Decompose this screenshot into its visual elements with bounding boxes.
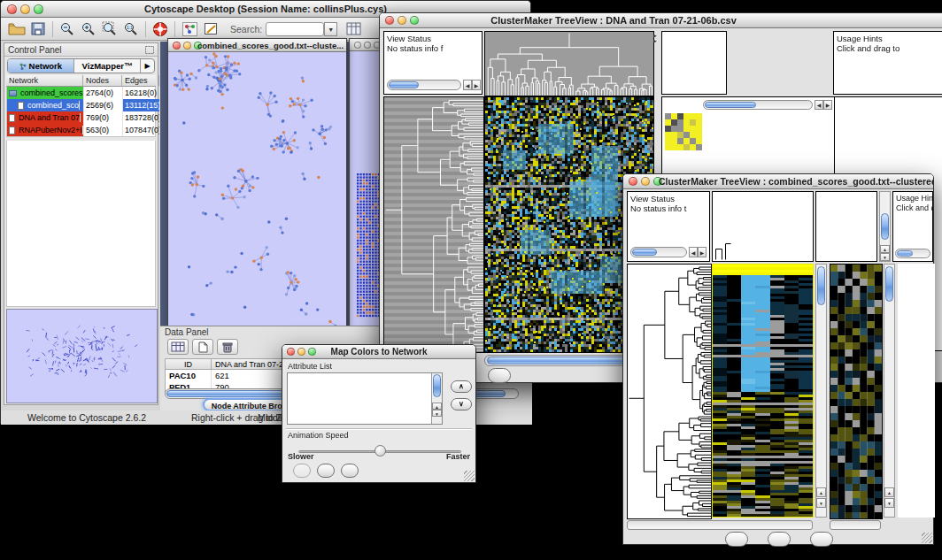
new-attribute-icon[interactable] — [192, 339, 213, 355]
scroll-up-icon[interactable]: ▲ — [884, 487, 894, 497]
network-icon — [18, 102, 24, 110]
zoom-fit-icon[interactable] — [99, 20, 120, 38]
dialog-title: Map Colors to Network — [282, 345, 475, 358]
close-icon[interactable] — [354, 42, 361, 49]
network-table-row[interactable]: RNAPuberNov2+I 563(0) 107847(0) — [7, 124, 155, 136]
move-up-button[interactable]: ∧ — [451, 380, 472, 393]
tv2-hscrollbar-right[interactable] — [830, 520, 881, 530]
tv1-titlebar[interactable]: ClusterMaker TreeView : DNA and Tran 07-… — [380, 13, 942, 28]
tv1-usage-hints-panel: Usage Hints Click and drag to — [833, 31, 942, 95]
treeview-button[interactable] — [768, 532, 791, 547]
status-welcome: Welcome to Cytoscape 2.6.2 — [27, 412, 146, 423]
network-canvas-1[interactable] — [168, 52, 346, 329]
minimize-icon[interactable] — [364, 42, 371, 49]
treeview-button[interactable] — [725, 532, 748, 547]
tv2-hints-scrollbar[interactable] — [895, 249, 930, 258]
tab-network[interactable]: Network — [8, 59, 73, 73]
tv2-zoom-heatmap[interactable] — [830, 264, 883, 519]
tv2-view-status-title: View Status — [628, 192, 709, 203]
scroll-up-icon[interactable]: ▲ — [880, 245, 890, 253]
open-icon[interactable] — [6, 20, 27, 38]
tv2-view-status-panel: View Status No status info t ◀ ▶ — [627, 191, 710, 262]
dialog-button-bar — [293, 464, 470, 479]
animation-speed-slider[interactable] — [298, 444, 461, 458]
scroll-down-icon[interactable]: ▼ — [432, 410, 442, 417]
scroll-down-icon[interactable]: ▼ — [816, 498, 826, 508]
search-dropdown-button[interactable]: ▼ — [324, 22, 337, 36]
tv1-status-scrollbar[interactable] — [387, 80, 461, 90]
tv2-hscrollbar-left[interactable] — [627, 520, 813, 530]
network-view-window-1: combined_scores_good.txt--cluste... — [167, 38, 347, 330]
tv2-titlebar[interactable]: ClusterMaker TreeView : combined_scores_… — [623, 174, 933, 189]
delete-attribute-trash-icon[interactable] — [217, 339, 238, 355]
scroll-left-icon[interactable]: ◀ — [689, 247, 698, 257]
network-overview-minimap[interactable] — [6, 309, 158, 403]
network-table-row[interactable]: DNA and Tran 07 769(0) 183728(0) — [7, 111, 155, 124]
zoom-actual-icon[interactable]: 1:1 — [120, 20, 142, 38]
move-down-button[interactable]: ∨ — [451, 398, 472, 410]
scroll-right-icon[interactable]: ▶ — [823, 100, 832, 110]
tv2-status-scrollbar[interactable] — [630, 247, 687, 257]
attribute-list-vscrollbar[interactable]: ▲ ▼ — [431, 373, 442, 424]
slider-max-label: Faster — [446, 452, 470, 461]
slider-thumb[interactable] — [374, 445, 386, 456]
treeview-button[interactable] — [488, 368, 511, 383]
network-icon — [9, 90, 17, 96]
treeview-button[interactable] — [810, 532, 833, 547]
zoom-in-icon[interactable] — [78, 20, 99, 38]
tv2-labels-vscrollbar[interactable]: ▲ ▼ — [879, 191, 891, 262]
resize-grip[interactable] — [464, 471, 475, 481]
attribute-select-icon[interactable] — [167, 339, 189, 355]
tv2-view-status-text: No status info t — [628, 203, 709, 213]
control-panel: Control Panel Network VizMapper™ ▶ Netwo… — [4, 42, 158, 405]
network-table-header[interactable]: Network Nodes Edges — [6, 75, 156, 87]
control-panel-title: Control Panel — [8, 45, 62, 55]
scroll-right-icon[interactable]: ▶ — [472, 80, 481, 90]
tab-overflow-button[interactable]: ▶ — [140, 59, 154, 73]
annotation-icon[interactable] — [200, 20, 221, 38]
attribute-listbox: ▲ ▼ — [287, 372, 443, 425]
scroll-left-icon[interactable]: ◀ — [463, 80, 472, 90]
network-table-row[interactable]: combined_sco 2569(6) 13112(15) — [7, 99, 155, 111]
tv1-column-dendrogram[interactable] — [484, 31, 654, 96]
column-header-id[interactable]: ID — [166, 359, 212, 370]
tv1-row-dendrogram[interactable] — [383, 96, 484, 353]
tv2-button-bar — [623, 532, 935, 548]
tv1-similarity-matrix[interactable] — [664, 112, 703, 151]
tv2-column-dendrogram[interactable] — [712, 191, 814, 262]
scroll-up-icon[interactable]: ▲ — [432, 403, 442, 410]
tv2-heatmap[interactable] — [712, 264, 814, 518]
scroll-right-icon[interactable]: ▶ — [698, 247, 706, 257]
tv1-overview-scrollbar[interactable] — [703, 100, 813, 110]
help-lifesaver-icon[interactable] — [150, 20, 171, 38]
treeview-window-combined: ClusterMaker TreeView : combined_scores_… — [622, 173, 934, 545]
tv2-row-dendrogram[interactable] — [627, 264, 712, 519]
tv2-usage-hints-text: Click and drag — [893, 203, 932, 213]
attribute-grid-icon[interactable] — [343, 20, 364, 38]
search-input[interactable] — [266, 22, 324, 36]
dialog-titlebar[interactable]: Map Colors to Network — [282, 345, 475, 359]
desktop: Cytoscape Desktop (Session Name: collins… — [0, 0, 942, 560]
float-panel-icon[interactable] — [145, 42, 154, 58]
scroll-left-icon[interactable]: ◀ — [815, 100, 823, 110]
save-icon[interactable] — [27, 20, 49, 38]
network-icon — [9, 114, 15, 122]
network-icon — [9, 127, 15, 134]
svg-text:1:1: 1:1 — [127, 25, 133, 30]
dialog-button[interactable] — [293, 464, 311, 478]
network-table-row[interactable]: combined_scores 2764(0) 16218(0) — [7, 87, 155, 99]
scroll-up-icon[interactable]: ▲ — [816, 487, 826, 497]
dialog-button[interactable] — [317, 464, 335, 478]
tv2-zoom-vscrollbar[interactable]: ▲ ▼ — [884, 264, 895, 518]
slider-min-label: Slower — [288, 452, 314, 461]
scroll-down-icon[interactable]: ▼ — [880, 253, 890, 261]
scroll-down-icon[interactable]: ▼ — [884, 498, 894, 508]
tv1-expand-arrows[interactable]: ▶▶ — [653, 33, 660, 43]
tab-vizmapper[interactable]: VizMapper™ — [73, 59, 140, 73]
tv2-heatmap-vscrollbar[interactable]: ▲ ▼ — [815, 264, 827, 518]
zoom-out-icon[interactable] — [57, 20, 78, 38]
resize-grip[interactable] — [922, 533, 932, 543]
tv1-view-status-panel: View Status No status info f ◀ ▶ — [383, 31, 483, 95]
dialog-button[interactable] — [341, 464, 359, 478]
network-overlay-icon[interactable] — [179, 20, 200, 38]
